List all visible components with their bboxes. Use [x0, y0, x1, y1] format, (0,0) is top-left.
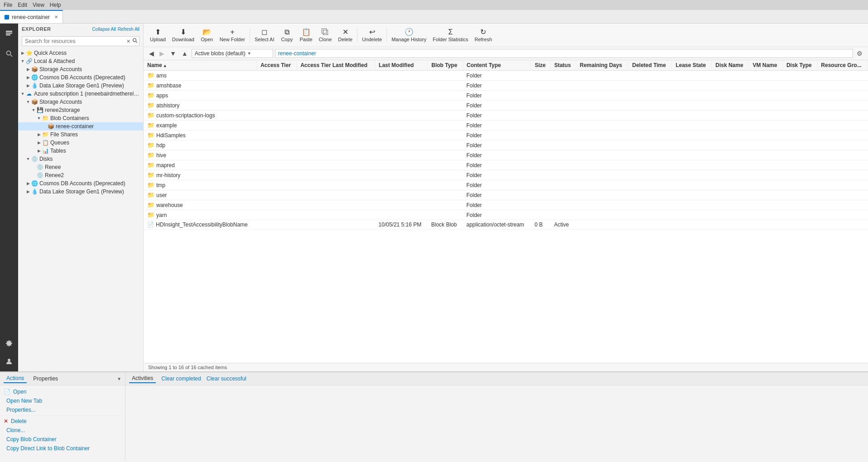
action-open[interactable]: 📄Open: [0, 387, 125, 396]
table-row[interactable]: 📁tmp Folder: [144, 180, 868, 190]
col-header-remaining-days[interactable]: Remaining Days: [576, 60, 628, 71]
folder-statistics-button[interactable]: ΣFolder Statistics: [430, 28, 471, 43]
sidebar-item-renee-disk[interactable]: 💿 Renee: [18, 163, 143, 171]
copy-button[interactable]: ⧉Copy: [278, 28, 296, 43]
col-header-blob-type[interactable]: Blob Type: [428, 60, 463, 71]
sidebar-item-disks[interactable]: ▼ 💿 Disks: [18, 155, 143, 163]
folder-statistics-icon: Σ: [448, 29, 453, 36]
nav-forward-button[interactable]: ▶: [158, 49, 166, 58]
refresh-button[interactable]: ↻Refresh: [472, 28, 495, 43]
menu-file[interactable]: File: [4, 2, 12, 8]
table-row[interactable]: 📁apps Folder: [144, 91, 868, 101]
menu-help[interactable]: Help: [50, 2, 61, 8]
table-row[interactable]: 📁hdp Folder: [144, 140, 868, 150]
table-row[interactable]: 📁hive Folder: [144, 150, 868, 160]
table-row[interactable]: 📁yarn Folder: [144, 210, 868, 220]
col-header-disk-name[interactable]: Disk Name: [712, 60, 749, 71]
action-clone[interactable]: Clone...: [0, 426, 125, 435]
table-row[interactable]: 📁warehouse Folder: [144, 200, 868, 210]
sidebar-item-storage-accounts[interactable]: ▼ 📦 Storage Accounts: [18, 98, 143, 106]
col-header-access-tier-modified[interactable]: Access Tier Last Modified: [297, 60, 375, 71]
sidebar-item-datalake-sub[interactable]: ▶ 💧 Data Lake Storage Gen1 (Preview): [18, 188, 143, 196]
table-row[interactable]: 📁custom-scriptaction-logs Folder: [144, 111, 868, 120]
new-folder-button[interactable]: +New Folder: [217, 28, 248, 43]
action-delete[interactable]: ✕Delete: [0, 417, 125, 426]
tab-close-button[interactable]: ✕: [54, 14, 58, 19]
nav-split-button[interactable]: ▼: [168, 49, 178, 58]
sidebar-item-local-attached[interactable]: ▼ 🔗 Local & Attached: [18, 57, 143, 65]
sidebar-item-cosmos-deprecated[interactable]: ▶ 🌐 Cosmos DB Accounts (Deprecated): [18, 73, 143, 82]
cell-name: 📁custom-scriptaction-logs: [144, 111, 256, 120]
col-header-name[interactable]: Name▲: [144, 60, 256, 71]
select-all-button[interactable]: ◻Select AI: [252, 28, 277, 43]
address-dropdown[interactable]: Active blobs (default) ▼: [192, 49, 273, 58]
col-header-access-tier[interactable]: Access Tier: [256, 60, 296, 71]
manage-history-button[interactable]: 🕐Manage History: [389, 28, 429, 43]
col-header-lease-state[interactable]: Lease State: [672, 60, 712, 71]
table-row[interactable]: 📁mr-history Folder: [144, 170, 868, 180]
upload-button[interactable]: ⬆Upload: [147, 28, 169, 43]
col-header-resource-group[interactable]: Resource Gro...: [817, 60, 868, 71]
action-properties[interactable]: Properties...: [0, 405, 125, 414]
col-header-last-modified[interactable]: Last Modified: [375, 60, 428, 71]
search-clear-icon[interactable]: ✕: [126, 38, 130, 44]
table-row[interactable]: 📁ams Folder: [144, 71, 868, 81]
action-open-new-tab[interactable]: Open New Tab: [0, 396, 125, 405]
sidebar-item-storage-accounts-root[interactable]: ▶ 📦 Storage Accounts: [18, 65, 143, 73]
cell-access-tier: [256, 190, 296, 200]
cell-last-modified: [375, 190, 428, 200]
action-copy-blob-container[interactable]: Copy Blob Container: [0, 435, 125, 444]
delete-button[interactable]: ✕Delete: [335, 28, 355, 43]
col-header-deleted-time[interactable]: Deleted Time: [628, 60, 672, 71]
tab-renee-container[interactable]: renee-container ✕: [0, 10, 63, 23]
col-header-disk-type[interactable]: Disk Type: [782, 60, 817, 71]
col-header-status[interactable]: Status: [550, 60, 576, 71]
sidebar-item-queues[interactable]: ▶ 📋 Queues: [18, 139, 143, 147]
table-row[interactable]: 📄HDInsight_TestAccessibilityBlobName 10/…: [144, 220, 868, 230]
table-row[interactable]: 📁atshistory Folder: [144, 101, 868, 111]
bottom-collapse-button[interactable]: ▼: [117, 376, 121, 381]
sidebar-item-blob-containers[interactable]: ▼ 📁 Blob Containers: [18, 114, 143, 122]
activity-settings-icon[interactable]: [3, 337, 15, 350]
open-button[interactable]: 📂Open: [198, 28, 216, 43]
sidebar-item-renee-container[interactable]: 📦 renee-container: [18, 122, 143, 130]
sidebar-item-tables[interactable]: ▶ 📊 Tables: [18, 147, 143, 155]
clear-successful-button[interactable]: Clear successful: [207, 375, 246, 382]
sidebar-item-file-shares[interactable]: ▶ 📁 File Shares: [18, 130, 143, 139]
col-header-vm-name[interactable]: VM Name: [749, 60, 783, 71]
action-copy-direct-link[interactable]: Copy Direct Link to Blob Container: [0, 444, 125, 453]
table-row[interactable]: 📁HdiSamples Folder: [144, 130, 868, 140]
col-header-size[interactable]: Size: [531, 60, 550, 71]
nav-up-button[interactable]: ▲: [180, 49, 190, 58]
undelete-button[interactable]: ↩Undelete: [359, 28, 385, 43]
clear-completed-button[interactable]: Clear completed: [161, 375, 201, 382]
paste-button[interactable]: 📋Paste: [297, 28, 315, 43]
toolbar-separator: [357, 28, 357, 43]
menu-edit[interactable]: Edit: [18, 2, 27, 8]
search-input[interactable]: [22, 36, 140, 46]
sidebar-item-renee2-disk[interactable]: 💿 Renee2: [18, 171, 143, 179]
tab-actions[interactable]: Actions: [4, 374, 27, 383]
tab-activities[interactable]: Activities: [129, 374, 156, 383]
col-header-content-type[interactable]: Content Type: [463, 60, 530, 71]
table-row[interactable]: 📁example Folder: [144, 120, 868, 130]
table-row[interactable]: 📁amshbase Folder: [144, 81, 868, 91]
activity-explorer-icon[interactable]: [3, 27, 15, 40]
table-row[interactable]: 📁mapred Folder: [144, 160, 868, 170]
table-row[interactable]: 📁user Folder: [144, 190, 868, 200]
tab-properties[interactable]: Properties: [30, 375, 61, 383]
nav-back-button[interactable]: ◀: [147, 49, 156, 58]
sidebar-item-azure-sub[interactable]: ▼ ☁ Azure subscription 1 (reneebairdmeth…: [18, 90, 143, 98]
sidebar-item-datalake-gen1[interactable]: ▶ 💧 Data Lake Storage Gen1 (Preview): [18, 82, 143, 90]
activity-account-icon[interactable]: [3, 355, 15, 368]
collapse-all-button[interactable]: Collapse All: [92, 27, 116, 32]
sidebar-item-quick-access[interactable]: ▶ ⭐ Quick Access: [18, 49, 143, 57]
refresh-all-button[interactable]: Refresh All: [118, 27, 140, 32]
address-settings-button[interactable]: ⚙: [855, 49, 864, 58]
download-button[interactable]: ⬇Download: [169, 28, 197, 43]
sidebar-item-renee2storage[interactable]: ▼ 💾 renee2storage: [18, 106, 143, 114]
sidebar-item-cosmos-sub[interactable]: ▶ 🌐 Cosmos DB Accounts (Deprecated): [18, 179, 143, 188]
clone-button[interactable]: ⿻Clone: [316, 28, 335, 43]
menu-view[interactable]: View: [33, 2, 44, 8]
activity-search-icon[interactable]: [3, 47, 15, 60]
